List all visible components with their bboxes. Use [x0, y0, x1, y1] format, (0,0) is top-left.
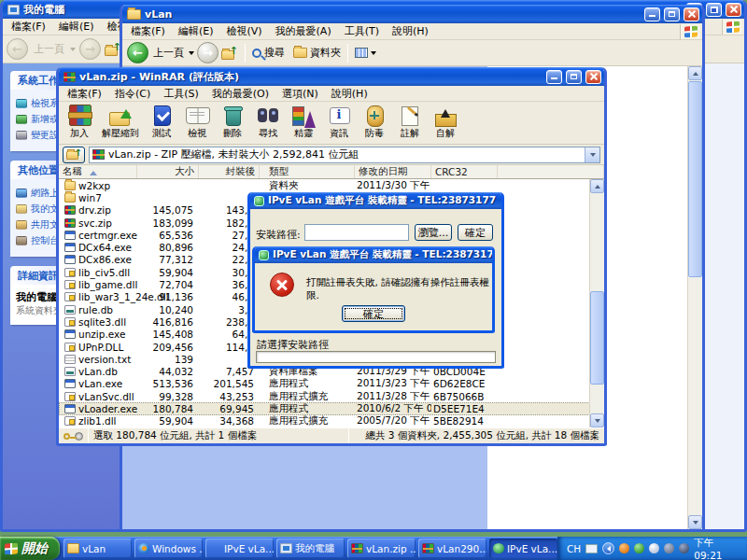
taskbar-button-icon [422, 543, 434, 553]
taskbar-button[interactable]: IPvE vLa... [489, 539, 557, 558]
installer-dialog-titlebar[interactable]: IPvE vLan 遊戲平台 裝載精靈 - TEL:23873177 [250, 192, 501, 209]
place-label: 控制台 [31, 234, 59, 247]
close-button[interactable] [684, 7, 699, 21]
minimize-button[interactable] [546, 70, 562, 84]
menu-item[interactable]: 指令(C) [108, 85, 157, 103]
archive-path-combobox[interactable]: vLan.zip - ZIP 壓縮檔, 未封裝大小 2,592,841 位元組 [89, 147, 600, 163]
forward-button[interactable]: → [79, 38, 101, 60]
clock[interactable]: 下午 09:21 [694, 537, 740, 560]
views-icon[interactable] [355, 48, 368, 58]
error-dialog-titlebar[interactable]: IPvE vLan 遊戲平台 裝載精靈 - TEL:23873177 [255, 246, 492, 263]
column-header-packed[interactable]: 封裝後 [199, 165, 260, 178]
file-list-scrollbar[interactable] [589, 179, 604, 427]
toolbar-button-icon [397, 104, 423, 127]
maximize-button[interactable] [664, 7, 680, 21]
menu-item[interactable]: 我的最愛(A) [269, 22, 338, 40]
file-type-icon [64, 255, 76, 264]
menu-item[interactable]: 編輯(E) [52, 18, 101, 35]
up-one-level-button[interactable]: ↑ [63, 147, 85, 163]
input-method-icon[interactable] [585, 544, 598, 553]
taskbar-button[interactable]: Windows ... [134, 539, 203, 558]
file-row[interactable]: vLanSvc.dll 99,328 43,253 應用程式擴充 2011/3/… [59, 390, 590, 402]
scroll-up-button[interactable] [590, 179, 604, 193]
tray-icon-green[interactable] [634, 543, 644, 553]
back-label: 上一頁 [153, 46, 184, 60]
file-row[interactable]: vLoader.exe 180,784 69,945 應用程式 2010/6/2… [59, 402, 590, 414]
maximize-button[interactable] [566, 70, 582, 84]
taskbar-button[interactable]: 我的電腦 [276, 539, 345, 558]
minimize-button[interactable] [644, 7, 660, 21]
folders-button[interactable]: 資料夾 [310, 46, 341, 60]
toolbar-button[interactable]: 刪除 [215, 103, 250, 144]
taskbar-button[interactable]: IPvE vLa... [205, 539, 274, 558]
column-header-modified[interactable]: 修改的日期 [355, 165, 431, 178]
install-path-input[interactable] [304, 224, 409, 241]
restore-button[interactable] [706, 3, 722, 17]
start-button[interactable]: 開始 [0, 537, 60, 560]
close-button[interactable] [585, 70, 601, 84]
back-button[interactable]: ← [7, 38, 28, 60]
tray-icon-orange[interactable] [619, 543, 629, 553]
toolbar-button-icon [290, 104, 317, 127]
toolbar-button[interactable]: 資訊 [321, 103, 357, 144]
menu-item[interactable]: 選項(N) [275, 85, 325, 103]
back-dropdown-icon[interactable] [70, 48, 76, 54]
file-row[interactable]: w2kxp 資料夾 2011/3/30 下午 ... [59, 179, 590, 191]
menu-item[interactable]: 說明(H) [325, 85, 374, 103]
language-indicator[interactable]: CH [567, 543, 581, 554]
toolbar-button[interactable]: 加入 [62, 103, 97, 144]
menu-item[interactable]: 檢視(V) [219, 22, 268, 40]
menu-item[interactable]: 編輯(E) [172, 22, 220, 40]
taskbar-button[interactable]: vLan.zip ... [347, 539, 416, 558]
menu-item[interactable]: 檔案(F) [61, 85, 108, 103]
file-row[interactable]: vLan.exe 513,536 201,545 應用程式 2011/3/23 … [59, 378, 590, 390]
scroll-down-button[interactable] [688, 515, 702, 529]
scroll-up-button[interactable] [688, 66, 702, 80]
menu-item[interactable]: 檔案(F) [5, 18, 52, 35]
menu-item[interactable]: 工具(T) [338, 22, 386, 40]
scroll-thumb[interactable] [590, 291, 604, 385]
combobox-dropdown-icon[interactable] [585, 147, 599, 162]
menu-item[interactable]: 我的最愛(O) [205, 85, 275, 103]
browse-button[interactable]: 瀏覽... [415, 224, 452, 241]
menu-item[interactable]: 說明(H) [386, 22, 435, 40]
toolbar-button[interactable]: 測試 [144, 103, 179, 144]
column-header-size[interactable]: 大小 [137, 165, 199, 178]
scroll-down-button[interactable] [590, 413, 604, 427]
column-header-crc32[interactable]: CRC32 [431, 165, 498, 178]
scroll-thumb[interactable] [688, 81, 702, 277]
column-header-name[interactable]: 名稱 [59, 165, 137, 178]
search-button[interactable]: 搜尋 [264, 46, 285, 60]
installer-ok-button[interactable]: 確定 [458, 224, 493, 241]
back-button[interactable]: ← [127, 42, 148, 63]
hide-icons-chevron[interactable] [602, 542, 614, 554]
toolbar-button[interactable]: 檢視 [179, 103, 215, 144]
toolbar-button[interactable]: 解壓縮到 [97, 103, 144, 144]
views-dropdown-icon[interactable] [371, 51, 376, 58]
file-name-cell: version.txt [59, 354, 137, 365]
vlan-scrollbar[interactable] [687, 66, 702, 529]
column-header-type[interactable]: 類型 [260, 165, 355, 178]
error-ok-button[interactable]: 確定 [342, 305, 405, 322]
toolbar-button[interactable]: 尋找 [250, 103, 286, 144]
tray-icon-gray[interactable] [664, 543, 674, 553]
winrar-titlebar[interactable]: vLan.zip - WinRAR (評估版本) [59, 67, 604, 86]
taskbar-button[interactable]: vLan [63, 539, 132, 558]
toolbar-button[interactable]: 註解 [392, 103, 428, 144]
close-button[interactable] [726, 3, 741, 17]
file-row[interactable]: zlib1.dll 59,904 34,368 應用程式擴充 2005/7/20… [59, 415, 590, 427]
key-icon[interactable] [63, 433, 70, 440]
vlan-titlebar[interactable]: vLan [122, 5, 702, 23]
forward-button[interactable]: → [197, 42, 218, 63]
toolbar-button[interactable]: 防毒 [357, 103, 392, 144]
toolbar-button[interactable]: 自解 [428, 103, 463, 144]
tray-icon-dark[interactable] [679, 543, 689, 553]
toolbar-button-label: 資訊 [330, 127, 348, 140]
back-dropdown-icon[interactable] [189, 51, 194, 58]
menu-item[interactable]: 檔案(F) [124, 22, 172, 40]
tray-icon-light[interactable] [649, 543, 659, 553]
menu-item[interactable]: 工具(S) [157, 85, 205, 103]
taskbar-button[interactable]: vLan290... [418, 539, 486, 558]
up-folder-button[interactable]: ↑ [221, 47, 238, 60]
toolbar-button[interactable]: 精靈 [286, 103, 321, 144]
